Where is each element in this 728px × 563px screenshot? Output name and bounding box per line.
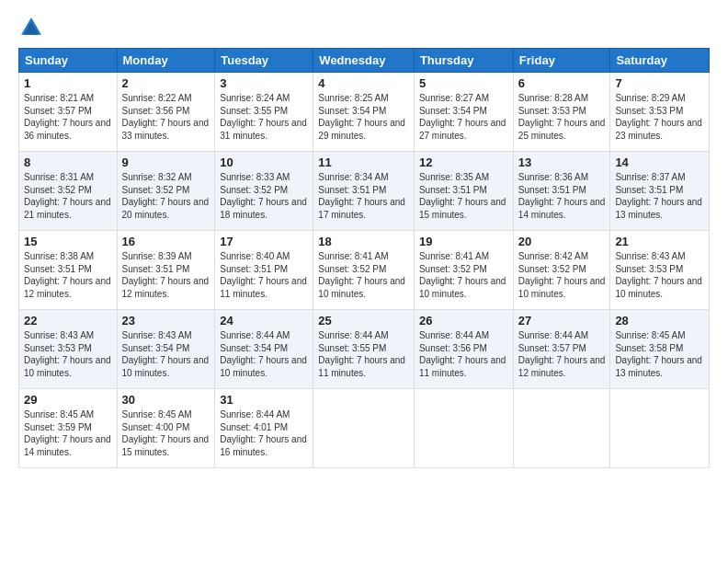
calendar-cell: 27 Sunrise: 8:44 AMSunset: 3:57 PMDaylig… — [513, 310, 610, 389]
day-number: 14 — [615, 155, 704, 169]
day-number: 9 — [122, 155, 210, 169]
week-row-1: 1 Sunrise: 8:21 AMSunset: 3:57 PMDayligh… — [19, 73, 710, 152]
cell-info: Sunrise: 8:45 AMSunset: 4:00 PMDaylight:… — [122, 409, 210, 457]
week-row-2: 8 Sunrise: 8:31 AMSunset: 3:52 PMDayligh… — [19, 152, 710, 231]
header — [18, 15, 710, 40]
calendar-cell: 24 Sunrise: 8:44 AMSunset: 3:54 PMDaylig… — [215, 310, 313, 389]
cell-info: Sunrise: 8:43 AMSunset: 3:54 PMDaylight:… — [122, 330, 210, 378]
cell-info: Sunrise: 8:44 AMSunset: 3:57 PMDaylight:… — [518, 330, 606, 378]
calendar-cell: 19 Sunrise: 8:41 AMSunset: 3:52 PMDaylig… — [414, 231, 513, 310]
day-number: 29 — [24, 393, 112, 407]
col-header-friday: Friday — [513, 49, 610, 73]
calendar-cell: 26 Sunrise: 8:44 AMSunset: 3:56 PMDaylig… — [414, 310, 513, 389]
calendar-cell: 2 Sunrise: 8:22 AMSunset: 3:56 PMDayligh… — [117, 73, 215, 152]
calendar-cell: 9 Sunrise: 8:32 AMSunset: 3:52 PMDayligh… — [117, 152, 215, 231]
day-number: 11 — [318, 155, 409, 169]
cell-info: Sunrise: 8:45 AMSunset: 3:58 PMDaylight:… — [615, 330, 702, 378]
cell-info: Sunrise: 8:44 AMSunset: 3:56 PMDaylight:… — [419, 330, 506, 378]
day-number: 6 — [518, 76, 606, 90]
cell-info: Sunrise: 8:32 AMSunset: 3:52 PMDaylight:… — [122, 172, 210, 220]
calendar-cell: 18 Sunrise: 8:41 AMSunset: 3:52 PMDaylig… — [313, 231, 415, 310]
calendar-cell — [313, 389, 415, 468]
calendar-cell: 16 Sunrise: 8:39 AMSunset: 3:51 PMDaylig… — [117, 231, 215, 310]
cell-info: Sunrise: 8:38 AMSunset: 3:51 PMDaylight:… — [24, 251, 111, 299]
calendar-cell: 1 Sunrise: 8:21 AMSunset: 3:57 PMDayligh… — [19, 73, 118, 152]
day-number: 10 — [220, 155, 308, 169]
calendar-cell: 15 Sunrise: 8:38 AMSunset: 3:51 PMDaylig… — [19, 231, 118, 310]
col-header-monday: Monday — [117, 49, 215, 73]
calendar-cell: 20 Sunrise: 8:42 AMSunset: 3:52 PMDaylig… — [513, 231, 610, 310]
header-row: SundayMondayTuesdayWednesdayThursdayFrid… — [19, 49, 710, 73]
cell-info: Sunrise: 8:45 AMSunset: 3:59 PMDaylight:… — [24, 409, 111, 457]
col-header-sunday: Sunday — [19, 49, 118, 73]
cell-info: Sunrise: 8:43 AMSunset: 3:53 PMDaylight:… — [615, 251, 702, 299]
cell-info: Sunrise: 8:44 AMSunset: 3:55 PMDaylight:… — [318, 330, 405, 378]
calendar-cell — [513, 389, 610, 468]
cell-info: Sunrise: 8:29 AMSunset: 3:53 PMDaylight:… — [615, 93, 702, 141]
cell-info: Sunrise: 8:35 AMSunset: 3:51 PMDaylight:… — [419, 172, 506, 220]
calendar-cell: 4 Sunrise: 8:25 AMSunset: 3:54 PMDayligh… — [313, 73, 415, 152]
col-header-thursday: Thursday — [414, 49, 513, 73]
day-number: 24 — [220, 314, 308, 327]
calendar-cell: 7 Sunrise: 8:29 AMSunset: 3:53 PMDayligh… — [610, 73, 710, 152]
calendar-cell: 31 Sunrise: 8:44 AMSunset: 4:01 PMDaylig… — [215, 389, 313, 468]
calendar-cell: 28 Sunrise: 8:45 AMSunset: 3:58 PMDaylig… — [610, 310, 710, 389]
calendar-cell: 10 Sunrise: 8:33 AMSunset: 3:52 PMDaylig… — [215, 152, 313, 231]
calendar-cell: 13 Sunrise: 8:36 AMSunset: 3:51 PMDaylig… — [513, 152, 610, 231]
cell-info: Sunrise: 8:41 AMSunset: 3:52 PMDaylight:… — [419, 251, 506, 299]
cell-info: Sunrise: 8:31 AMSunset: 3:52 PMDaylight:… — [24, 172, 111, 220]
col-header-tuesday: Tuesday — [215, 49, 313, 73]
cell-info: Sunrise: 8:43 AMSunset: 3:53 PMDaylight:… — [24, 330, 111, 378]
calendar-cell — [610, 389, 710, 468]
day-number: 19 — [419, 235, 508, 248]
day-number: 30 — [122, 393, 210, 407]
calendar-cell: 21 Sunrise: 8:43 AMSunset: 3:53 PMDaylig… — [610, 231, 710, 310]
day-number: 12 — [419, 155, 508, 169]
cell-info: Sunrise: 8:21 AMSunset: 3:57 PMDaylight:… — [24, 93, 111, 141]
week-row-5: 29 Sunrise: 8:45 AMSunset: 3:59 PMDaylig… — [19, 389, 710, 468]
cell-info: Sunrise: 8:44 AMSunset: 3:54 PMDaylight:… — [220, 330, 307, 378]
cell-info: Sunrise: 8:34 AMSunset: 3:51 PMDaylight:… — [318, 172, 405, 220]
calendar-cell — [414, 389, 513, 468]
cell-info: Sunrise: 8:37 AMSunset: 3:51 PMDaylight:… — [615, 172, 702, 220]
day-number: 4 — [318, 76, 409, 90]
week-row-3: 15 Sunrise: 8:38 AMSunset: 3:51 PMDaylig… — [19, 231, 710, 310]
day-number: 21 — [615, 235, 704, 248]
calendar-cell: 3 Sunrise: 8:24 AMSunset: 3:55 PMDayligh… — [215, 73, 313, 152]
calendar-cell: 8 Sunrise: 8:31 AMSunset: 3:52 PMDayligh… — [19, 152, 118, 231]
cell-info: Sunrise: 8:36 AMSunset: 3:51 PMDaylight:… — [518, 172, 606, 220]
calendar-cell: 14 Sunrise: 8:37 AMSunset: 3:51 PMDaylig… — [610, 152, 710, 231]
calendar-cell: 22 Sunrise: 8:43 AMSunset: 3:53 PMDaylig… — [19, 310, 118, 389]
day-number: 26 — [419, 314, 508, 327]
day-number: 1 — [24, 76, 112, 90]
calendar: SundayMondayTuesdayWednesdayThursdayFrid… — [18, 48, 710, 468]
day-number: 23 — [122, 314, 210, 327]
calendar-cell: 5 Sunrise: 8:27 AMSunset: 3:54 PMDayligh… — [414, 73, 513, 152]
day-number: 5 — [419, 76, 508, 90]
col-header-wednesday: Wednesday — [313, 49, 415, 73]
col-header-saturday: Saturday — [610, 49, 710, 73]
cell-info: Sunrise: 8:39 AMSunset: 3:51 PMDaylight:… — [122, 251, 210, 299]
cell-info: Sunrise: 8:27 AMSunset: 3:54 PMDaylight:… — [419, 93, 506, 141]
day-number: 15 — [24, 235, 112, 248]
logo-icon — [18, 15, 44, 40]
day-number: 13 — [518, 155, 606, 169]
cell-info: Sunrise: 8:40 AMSunset: 3:51 PMDaylight:… — [220, 251, 307, 299]
cell-info: Sunrise: 8:24 AMSunset: 3:55 PMDaylight:… — [220, 93, 307, 141]
day-number: 3 — [220, 76, 308, 90]
cell-info: Sunrise: 8:22 AMSunset: 3:56 PMDaylight:… — [122, 93, 210, 141]
day-number: 28 — [615, 314, 704, 327]
day-number: 25 — [318, 314, 409, 327]
cell-info: Sunrise: 8:28 AMSunset: 3:53 PMDaylight:… — [518, 93, 606, 141]
day-number: 20 — [518, 235, 606, 248]
cell-info: Sunrise: 8:42 AMSunset: 3:52 PMDaylight:… — [518, 251, 606, 299]
calendar-cell: 6 Sunrise: 8:28 AMSunset: 3:53 PMDayligh… — [513, 73, 610, 152]
calendar-cell: 23 Sunrise: 8:43 AMSunset: 3:54 PMDaylig… — [117, 310, 215, 389]
calendar-cell: 11 Sunrise: 8:34 AMSunset: 3:51 PMDaylig… — [313, 152, 415, 231]
page: SundayMondayTuesdayWednesdayThursdayFrid… — [0, 0, 728, 563]
cell-info: Sunrise: 8:44 AMSunset: 4:01 PMDaylight:… — [220, 409, 307, 457]
week-row-4: 22 Sunrise: 8:43 AMSunset: 3:53 PMDaylig… — [19, 310, 710, 389]
day-number: 7 — [615, 76, 704, 90]
day-number: 27 — [518, 314, 606, 327]
calendar-cell: 30 Sunrise: 8:45 AMSunset: 4:00 PMDaylig… — [117, 389, 215, 468]
